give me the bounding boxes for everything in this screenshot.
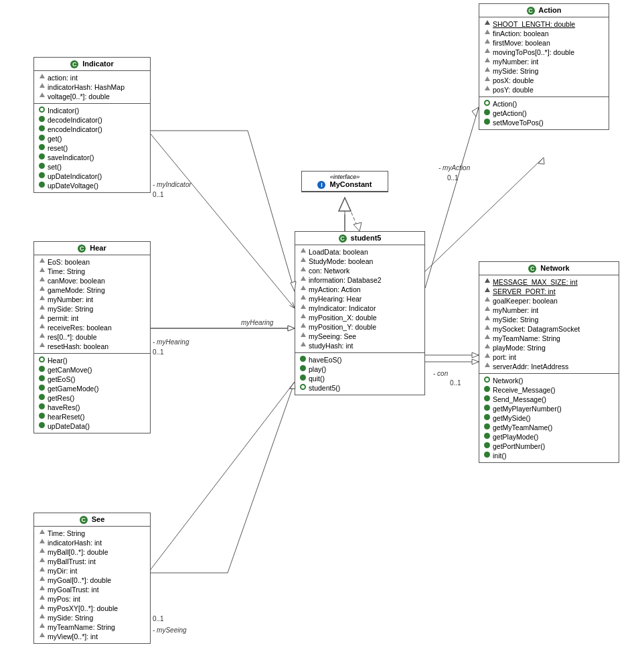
svg-marker-24 [339, 198, 351, 211]
myindicator-mult: 0..1 [153, 191, 164, 198]
con-mult: 0..1 [450, 379, 461, 387]
myconstant-class-icon: I [317, 181, 325, 189]
indicator-method-7: set() [37, 162, 147, 172]
myhearing-label2: myHearing [241, 319, 273, 326]
svg-line-4 [425, 107, 479, 288]
myconstant-header: «interface» I MyConstant [302, 172, 388, 192]
indicator-method-6: saveIndicator() [37, 153, 147, 162]
myseeing-mult: 0..1 [153, 615, 164, 622]
svg-marker-16 [288, 326, 295, 331]
indicator-method-2: decodeIndicator() [37, 115, 147, 125]
indicator-methods: Indicator() decodeIndicator() encodeIndi… [34, 104, 150, 192]
svg-line-17 [425, 157, 544, 271]
action-header: C Action [479, 4, 609, 17]
con-label: - con [433, 370, 448, 377]
network-header: C Network [479, 262, 619, 275]
hear-header: C Hear [34, 242, 150, 255]
indicator-attr-3: voltage[0..*]: double [37, 92, 147, 101]
see-class-icon: C [80, 516, 88, 524]
svg-marker-5 [472, 107, 479, 117]
svg-marker-14 [353, 222, 362, 231]
hear-class-icon: C [78, 245, 86, 253]
indicator-method-3: encodeIndicator() [37, 125, 147, 134]
see-header: C See [34, 513, 150, 527]
svg-marker-18 [538, 157, 544, 164]
indicator-header: C Indicator [34, 58, 150, 71]
diagram-container: - myIndicator 0..1 - myHearing 0..1 myHe… [0, 0, 636, 672]
svg-line-13 [345, 198, 360, 231]
svg-line-11 [248, 131, 295, 291]
myseeing-label: - mySeeing [153, 626, 187, 634]
myaction-mult: 0..1 [447, 174, 459, 182]
hear-methods: Hear() getCanMove() getEoS() getGameMode… [34, 354, 150, 433]
myhearing-mult: 0..1 [153, 348, 164, 356]
svg-marker-9 [289, 382, 295, 389]
indicator-method-1: Indicator() [37, 106, 147, 115]
network-methods: Network() Receive_Message() Send_Message… [479, 374, 619, 462]
svg-marker-20 [472, 352, 479, 358]
student5-methods: haveEoS() play() quit() student5() [295, 353, 424, 395]
student5-attributes: LoadData: boolean StudyMode: boolean con… [295, 245, 424, 353]
myaction-label: - myAction [439, 164, 470, 172]
indicator-attr-2: indicatorHash: HashMap [37, 82, 147, 92]
svg-marker-7 [472, 359, 479, 364]
action-attributes: SHOOT_LENGTH: double finAction: boolean … [479, 17, 609, 97]
svg-marker-3 [288, 326, 295, 331]
student5-class: C student5 LoadData: boolean StudyMode: … [295, 231, 425, 395]
student5-header: C student5 [295, 232, 424, 245]
see-class: C See Time: String indicatorHash: int my… [33, 513, 151, 644]
indicator-method-5: reset() [37, 143, 147, 153]
action-class: C Action SHOOT_LENGTH: double finAction:… [479, 3, 609, 130]
student5-class-icon: C [339, 234, 347, 243]
svg-line-22 [228, 382, 295, 573]
indicator-attr-1: action: int [37, 73, 147, 82]
indicator-class-icon: C [70, 60, 78, 68]
svg-line-8 [151, 382, 295, 569]
hear-class: C Hear EoS: boolean Time: String canMove… [33, 241, 151, 433]
action-class-icon: C [527, 7, 535, 15]
see-attributes: Time: String indicatorHash: int myBall[0… [34, 527, 150, 643]
myindicator-label: - myIndicator [153, 181, 191, 188]
indicator-method-4: get() [37, 134, 147, 143]
svg-line-2 [151, 134, 295, 308]
myhearing-label: - myHearing [153, 338, 189, 346]
hear-attributes: EoS: boolean Time: String canMove: boole… [34, 255, 150, 354]
myconstant-class: «interface» I MyConstant [301, 171, 388, 192]
indicator-method-9: upDateVoltage() [37, 181, 147, 190]
indicator-method-8: upDateIndicator() [37, 172, 147, 181]
network-attributes: MESSAGE_MAX_SIZE: int SERVER_PORT: int g… [479, 275, 619, 374]
action-methods: Action() getAction() setMoveToPos() [479, 97, 609, 129]
network-class: C Network MESSAGE_MAX_SIZE: int SERVER_P… [479, 261, 619, 463]
indicator-attributes: action: int indicatorHash: HashMap volta… [34, 71, 150, 104]
indicator-class: C Indicator action: int indicatorHash: H… [33, 57, 151, 193]
network-class-icon: C [528, 265, 536, 273]
